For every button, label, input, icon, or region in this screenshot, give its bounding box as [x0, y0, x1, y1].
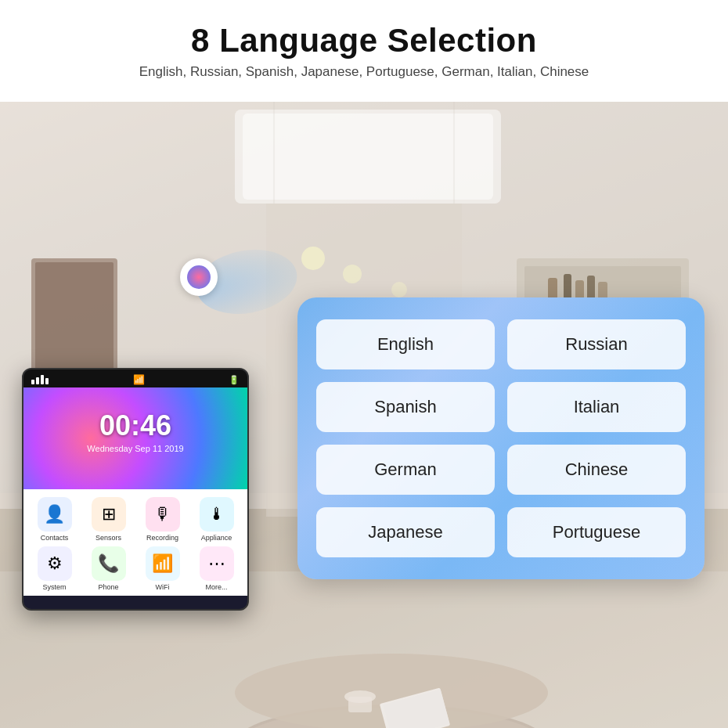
app-icon-appliance: 🌡 [200, 497, 234, 532]
app-label-appliance: Appliance [201, 534, 232, 542]
app-label-recording: Recording [146, 534, 178, 542]
signal-bar-1 [31, 380, 34, 384]
app-item-recording[interactable]: 🎙Recording [138, 497, 187, 542]
lang-btn-german[interactable]: German [316, 445, 495, 495]
lang-btn-chinese[interactable]: Chinese [507, 445, 686, 495]
phone-apps-grid: 👤Contacts⊞Sensors🎙Recording🌡Appliance⚙Sy… [23, 489, 247, 596]
app-item-wifi[interactable]: 📶WiFi [138, 546, 187, 591]
phone-time-overlay: 00:46 Wednesday Sep 11 2019 [23, 409, 247, 453]
signal-bar-2 [36, 377, 39, 384]
room-background: 📶 🔋 00:46 Wednesday Sep 11 2019 👤Contact… [0, 102, 728, 728]
phone-clock: 00:46 [23, 409, 247, 442]
phone-device: 📶 🔋 00:46 Wednesday Sep 11 2019 👤Contact… [22, 368, 249, 611]
app-item-more...[interactable]: ⋯More... [192, 546, 241, 591]
header: 8 Language Selection English, Russian, S… [0, 0, 728, 88]
app-label-contacts: Contacts [41, 534, 69, 542]
battery-icon: 🔋 [229, 375, 240, 385]
app-icon-system: ⚙ [38, 546, 72, 581]
app-icon-contacts: 👤 [38, 497, 72, 532]
app-item-system[interactable]: ⚙System [30, 546, 79, 591]
app-label-more...: More... [205, 583, 227, 591]
app-label-sensors: Sensors [96, 534, 121, 542]
lang-btn-portuguese[interactable]: Portuguese [507, 507, 686, 557]
app-label-wifi: WiFi [156, 583, 170, 591]
svg-point-8 [343, 265, 362, 283]
signal-bar-3 [41, 375, 44, 384]
page-title: 8 Language Selection [16, 22, 712, 59]
wall-device-screen [187, 265, 211, 289]
wifi-icon: 📶 [133, 374, 145, 385]
lang-btn-japanese[interactable]: Japanese [316, 507, 495, 557]
app-item-phone[interactable]: 📞Phone [84, 546, 133, 591]
app-item-sensors[interactable]: ⊞Sensors [84, 497, 133, 542]
lang-btn-russian[interactable]: Russian [507, 319, 686, 369]
app-icon-sensors: ⊞ [92, 497, 126, 532]
app-icon-phone: 📞 [92, 546, 126, 581]
phone-status-bar: 📶 🔋 [23, 369, 247, 387]
page-wrapper: 8 Language Selection English, Russian, S… [0, 0, 728, 728]
lang-btn-italian[interactable]: Italian [507, 382, 686, 432]
signal-bars [31, 375, 49, 384]
app-item-appliance[interactable]: 🌡Appliance [192, 497, 241, 542]
app-icon-recording: 🎙 [146, 497, 180, 532]
app-icon-wifi: 📶 [146, 546, 180, 581]
signal-bar-4 [45, 378, 49, 384]
phone-date: Wednesday Sep 11 2019 [23, 444, 247, 453]
wall-device [180, 258, 218, 296]
svg-rect-3 [243, 114, 493, 200]
phone-screen: 📶 🔋 00:46 Wednesday Sep 11 2019 👤Contact… [22, 368, 249, 611]
app-icon-more...: ⋯ [200, 546, 234, 581]
app-item-contacts[interactable]: 👤Contacts [30, 497, 79, 542]
svg-point-9 [391, 282, 407, 297]
app-label-system: System [42, 583, 66, 591]
page-subtitle: English, Russian, Spanish, Japanese, Por… [16, 64, 712, 80]
lang-btn-english[interactable]: English [316, 319, 495, 369]
app-label-phone: Phone [98, 583, 118, 591]
svg-point-7 [301, 247, 325, 270]
language-panel: EnglishRussianSpanishItalianGermanChines… [297, 297, 705, 579]
phone-hero: 00:46 Wednesday Sep 11 2019 [23, 387, 247, 489]
lang-btn-spanish[interactable]: Spanish [316, 382, 495, 432]
